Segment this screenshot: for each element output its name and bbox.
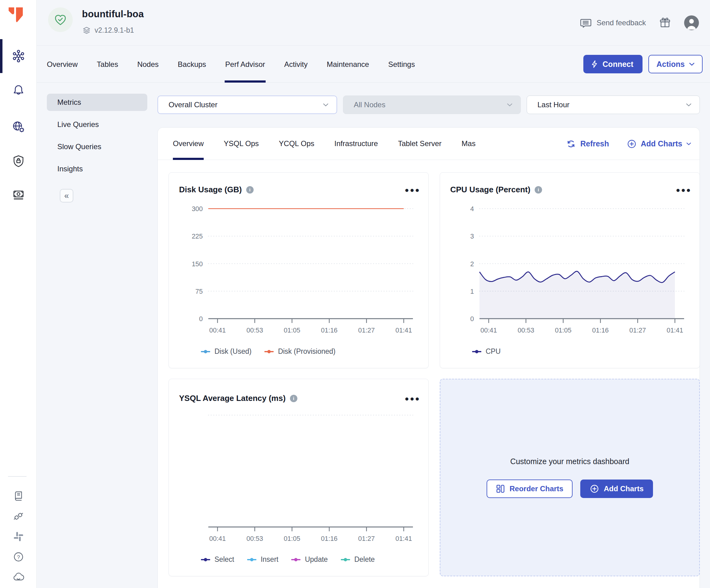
time-range-value: Last Hour: [538, 100, 569, 109]
metrics-panel: Overview YSQL Ops YCQL Ops Infrastructur…: [158, 127, 700, 588]
chart-options-menu[interactable]: ●●●: [405, 397, 420, 400]
svg-text:01:16: 01:16: [321, 327, 338, 334]
tab-overview[interactable]: Overview: [47, 46, 78, 83]
metrics-tab-tablet-server[interactable]: Tablet Server: [398, 127, 441, 160]
chevron-down-icon: [686, 142, 691, 145]
subnav-label: Live Queries: [57, 120, 99, 129]
yugabyte-logo-icon[interactable]: [7, 6, 25, 26]
svg-text:4: 4: [470, 205, 474, 213]
sidebar-item-clusters[interactable]: [0, 39, 37, 73]
actions-button[interactable]: Actions: [648, 55, 703, 73]
sidebar-item-cloud-status[interactable]: [0, 567, 37, 587]
subnav-label: Metrics: [57, 98, 81, 107]
metrics-workspace: Overall Cluster All Nodes Last Hour Over…: [158, 83, 700, 588]
gift-icon[interactable]: [659, 17, 671, 29]
sidebar-item-billing[interactable]: [0, 178, 37, 212]
chart-options-menu[interactable]: ●●●: [676, 188, 691, 191]
charts-grid: 30022515075000:4100:5301:0501:1601:2701:…: [158, 160, 700, 576]
metrics-filters: Overall Cluster All Nodes Last Hour: [158, 96, 700, 114]
sidebar-item-network[interactable]: [0, 110, 37, 144]
chevron-down-icon: [323, 103, 329, 107]
docs-book-icon: [12, 490, 25, 502]
feedback-bubble-icon: [579, 17, 592, 29]
metrics-tab-infrastructure[interactable]: Infrastructure: [334, 127, 378, 160]
metrics-tab-ycql-ops[interactable]: YCQL Ops: [279, 127, 314, 160]
send-feedback-button[interactable]: Send feedback: [579, 17, 646, 29]
sidebar-item-security[interactable]: [0, 144, 37, 178]
layers-icon: [82, 26, 91, 34]
metrics-tab-master[interactable]: Mas: [462, 127, 475, 160]
reorder-charts-button[interactable]: Reorder Charts: [487, 479, 572, 498]
chevron-down-icon: [686, 103, 691, 107]
add-charts-button[interactable]: Add Charts: [580, 479, 653, 498]
legend-item[interactable]: Update: [291, 555, 328, 564]
svg-text:00:53: 00:53: [246, 535, 263, 542]
svg-text:00:41: 00:41: [209, 327, 226, 334]
ysql-latency-card: 00:4100:5301:0501:1601:2701:41 YSQL Aver…: [169, 379, 429, 576]
svg-text:300: 300: [192, 205, 203, 213]
tab-backups[interactable]: Backups: [178, 46, 206, 83]
lightning-icon: [590, 60, 599, 68]
metrics-tab-ysql-ops[interactable]: YSQL Ops: [224, 127, 259, 160]
metrics-tab-bar: Overview YSQL Ops YCQL Ops Infrastructur…: [158, 127, 700, 160]
svg-text:75: 75: [195, 288, 203, 295]
scope-value: Overall Cluster: [169, 100, 217, 109]
sidebar-item-integrations[interactable]: [0, 506, 37, 526]
plus-circle-icon: [590, 484, 599, 494]
sidebar-item-docs[interactable]: [0, 486, 37, 506]
tab-perf-advisor[interactable]: Perf Advisor: [225, 46, 265, 83]
legend-item[interactable]: Insert: [247, 555, 279, 564]
tab-activity[interactable]: Activity: [284, 46, 308, 83]
info-icon[interactable]: i: [290, 395, 298, 402]
connect-button[interactable]: Connect: [583, 55, 642, 73]
feedback-label: Send feedback: [597, 19, 646, 27]
scope-select[interactable]: Overall Cluster: [158, 96, 337, 114]
svg-text:1: 1: [470, 288, 474, 295]
shield-lock-icon: [12, 154, 25, 168]
healthy-heart-icon: [53, 13, 68, 27]
legend-item[interactable]: CPU: [472, 347, 501, 356]
sidebar-item-insights[interactable]: Insights: [47, 160, 147, 178]
subnav-label: Insights: [57, 165, 83, 173]
info-icon[interactable]: i: [246, 186, 254, 193]
legend-item[interactable]: Disk (Used): [201, 347, 252, 356]
tab-nodes[interactable]: Nodes: [137, 46, 158, 83]
sidebar-item-live-queries[interactable]: Live Queries: [47, 116, 147, 133]
svg-text:00:41: 00:41: [209, 535, 226, 542]
sidebar-item-alerts[interactable]: [0, 73, 37, 107]
legend-item[interactable]: Disk (Provisioned): [264, 347, 336, 356]
svg-text:01:16: 01:16: [321, 535, 338, 542]
metrics-tab-overview[interactable]: Overview: [173, 127, 204, 160]
tab-maintenance[interactable]: Maintenance: [327, 46, 369, 83]
svg-text:00:53: 00:53: [518, 327, 534, 334]
svg-text:225: 225: [192, 233, 203, 240]
svg-text:3: 3: [470, 233, 474, 240]
chart-options-menu[interactable]: ●●●: [405, 188, 420, 191]
collapse-sidebar-button[interactable]: «: [60, 189, 73, 203]
reorder-grid-icon: [496, 484, 505, 493]
chart-title: CPU Usage (Percent): [450, 185, 530, 194]
reorder-label: Reorder Charts: [510, 485, 563, 493]
user-avatar[interactable]: [684, 16, 699, 30]
subnav-label: Slow Queries: [57, 142, 101, 151]
customize-heading: Customize your metrics dashboard: [510, 457, 629, 466]
cpu-usage-card: 4321000:4100:5301:0501:1601:2701:41 CPU …: [440, 172, 700, 368]
time-range-select[interactable]: Last Hour: [527, 96, 700, 114]
refresh-icon: [566, 139, 576, 149]
legend-item[interactable]: Select: [201, 555, 234, 564]
add-charts-menu-button[interactable]: Add Charts: [627, 139, 691, 149]
customize-dashboard-panel: Customize your metrics dashboard Reorder…: [440, 379, 700, 576]
svg-text:01:27: 01:27: [358, 535, 375, 542]
tab-settings[interactable]: Settings: [388, 46, 415, 83]
refresh-label: Refresh: [580, 139, 609, 148]
info-icon[interactable]: i: [535, 186, 542, 193]
connect-label: Connect: [602, 60, 633, 69]
sidebar-item-slow-queries[interactable]: Slow Queries: [47, 138, 147, 155]
sidebar-item-help[interactable]: ?: [0, 547, 37, 567]
sidebar-item-slack[interactable]: [0, 526, 37, 547]
legend-item[interactable]: Delete: [341, 555, 375, 564]
refresh-button[interactable]: Refresh: [566, 139, 609, 149]
tab-tables[interactable]: Tables: [97, 46, 118, 83]
sidebar-item-metrics[interactable]: Metrics: [47, 94, 147, 111]
svg-text:01:27: 01:27: [358, 327, 375, 334]
